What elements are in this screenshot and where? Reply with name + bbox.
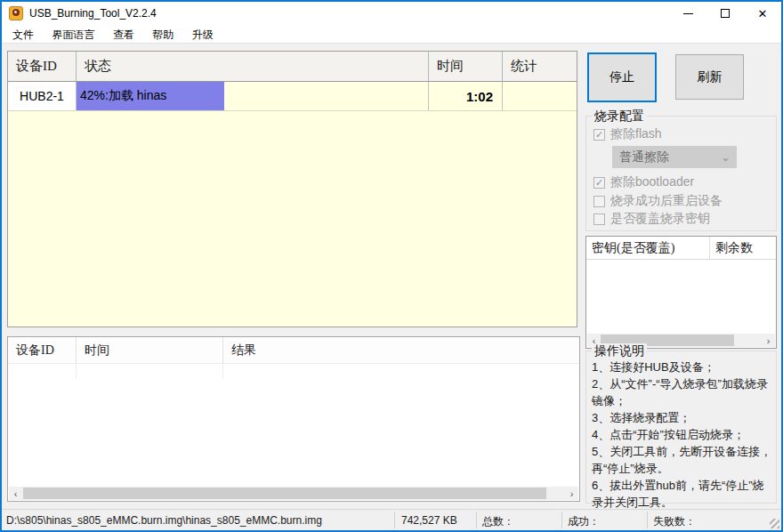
device-stats-cell: [503, 82, 577, 110]
col-header-result-time: 时间: [77, 337, 223, 363]
instructions-text: 1、连接好HUB及设备； 2、从“文件”-“导入烧录包”加载烧录镜像； 3、选择…: [592, 359, 772, 511]
result-table-hscrollbar: ‹ ›: [9, 487, 578, 500]
col-header-stats: 统计: [503, 52, 577, 81]
col-header-result-device-id: 设备ID: [8, 337, 77, 363]
option-erase-bootloader[interactable]: ✓ 擦除bootloader: [593, 174, 694, 190]
status-divider: [476, 512, 477, 528]
checkbox-erase-bootloader-icon: ✓: [593, 177, 605, 189]
status-success-label: 成功：: [568, 514, 600, 529]
menu-bar: 文件 界面语言 查看 帮助 升级: [2, 25, 781, 44]
option-overwrite-key-label: 是否覆盖烧录密钥: [610, 211, 710, 227]
status-total-label: 总数：: [482, 514, 514, 529]
col-header-status: 状态: [77, 52, 429, 81]
result-table-empty-row: [8, 364, 579, 379]
status-divider: [647, 512, 648, 528]
instructions-group: 操作说明 1、连接好HUB及设备； 2、从“文件”-“导入烧录包”加载烧录镜像；…: [585, 351, 777, 504]
maximize-button[interactable]: [706, 2, 744, 25]
minimize-button[interactable]: [669, 2, 706, 25]
minimize-icon: [683, 13, 693, 14]
window-title: USB_Burning_Tool_V2.2.4: [29, 7, 157, 20]
title-bar: USB_Burning_Tool_V2.2.4 ✕: [2, 2, 781, 25]
col-header-time: 时间: [429, 52, 503, 81]
scroll-left-icon[interactable]: ‹: [9, 487, 22, 500]
col-header-result: 结果: [223, 337, 579, 363]
menu-file[interactable]: 文件: [5, 25, 41, 45]
device-status-cell: 42%:加载 hinas: [77, 82, 429, 110]
col-header-remaining: 剩余数: [710, 237, 776, 259]
menu-help[interactable]: 帮助: [145, 25, 181, 45]
status-bar: D:\s805\hinas_s805_eMMC.burn.img\hinas_s…: [2, 509, 781, 530]
status-file-path: D:\s805\hinas_s805_eMMC.burn.img\hinas_s…: [6, 514, 322, 527]
status-divider: [561, 512, 562, 528]
menu-language[interactable]: 界面语言: [44, 25, 101, 45]
erase-mode-select[interactable]: 普通擦除 ⌄: [612, 146, 737, 168]
checkbox-erase-flash-icon: ✓: [593, 129, 605, 141]
option-erase-flash[interactable]: ✓ 擦除flash: [593, 126, 662, 142]
menu-view[interactable]: 查看: [106, 25, 141, 45]
option-erase-flash-label: 擦除flash: [610, 126, 662, 142]
app-window: USB_Burning_Tool_V2.2.4 ✕ 文件 界面语言 查看 帮助 …: [0, 0, 783, 532]
option-reboot-label: 烧录成功后重启设备: [610, 193, 722, 209]
burn-config-group: 烧录配置 ✓ 擦除flash 普通擦除 ⌄ ✓ 擦除bootloader 烧录成…: [585, 116, 777, 231]
chevron-down-icon: ⌄: [721, 146, 731, 168]
burn-config-title: 烧录配置: [592, 109, 647, 125]
status-progress-label: 42%:加载 hinas: [77, 82, 428, 110]
device-time-cell: 1:02: [429, 82, 503, 110]
erase-mode-value: 普通擦除: [619, 149, 669, 164]
option-erase-bootloader-label: 擦除bootloader: [610, 174, 694, 190]
device-table: 设备ID 状态 时间 统计 HUB2-1 42%:加载 hinas 1:02: [7, 51, 577, 327]
refresh-button[interactable]: 刷新: [675, 54, 744, 100]
stop-button[interactable]: 停止: [587, 52, 657, 102]
menu-upgrade[interactable]: 升级: [185, 25, 221, 45]
app-logo-icon: [9, 6, 23, 20]
instructions-title: 操作说明: [592, 343, 647, 359]
device-row[interactable]: HUB2-1 42%:加载 hinas 1:02: [8, 82, 577, 111]
close-button[interactable]: ✕: [744, 2, 781, 25]
option-overwrite-key[interactable]: 是否覆盖烧录密钥: [593, 211, 710, 227]
col-header-key: 密钥(是否覆盖): [586, 237, 710, 259]
status-fail-label: 失败数：: [653, 514, 696, 529]
checkbox-overwrite-key-icon: [593, 214, 605, 225]
status-divider: [394, 512, 395, 528]
col-header-device-id: 设备ID: [8, 52, 77, 81]
status-file-size: 742,527 KB: [401, 514, 457, 527]
result-table-header: 设备ID 时间 结果: [8, 337, 579, 364]
result-scroll-thumb[interactable]: [23, 488, 546, 499]
scroll-right-icon[interactable]: ›: [565, 487, 578, 500]
scroll-right-icon[interactable]: ›: [762, 334, 775, 347]
resize-grip[interactable]: [770, 519, 779, 528]
close-icon: ✕: [758, 8, 768, 20]
device-table-header: 设备ID 状态 时间 统计: [8, 52, 577, 82]
option-reboot-after-success[interactable]: 烧录成功后重启设备: [593, 193, 722, 209]
device-id-cell: HUB2-1: [8, 82, 77, 110]
key-table: 密钥(是否覆盖) 剩余数 ‹ ›: [585, 236, 777, 349]
result-table: 设备ID 时间 结果 ‹ ›: [7, 336, 580, 502]
checkbox-reboot-icon: [593, 196, 605, 207]
key-table-header: 密钥(是否覆盖) 剩余数: [586, 237, 776, 260]
maximize-icon: [721, 9, 730, 18]
